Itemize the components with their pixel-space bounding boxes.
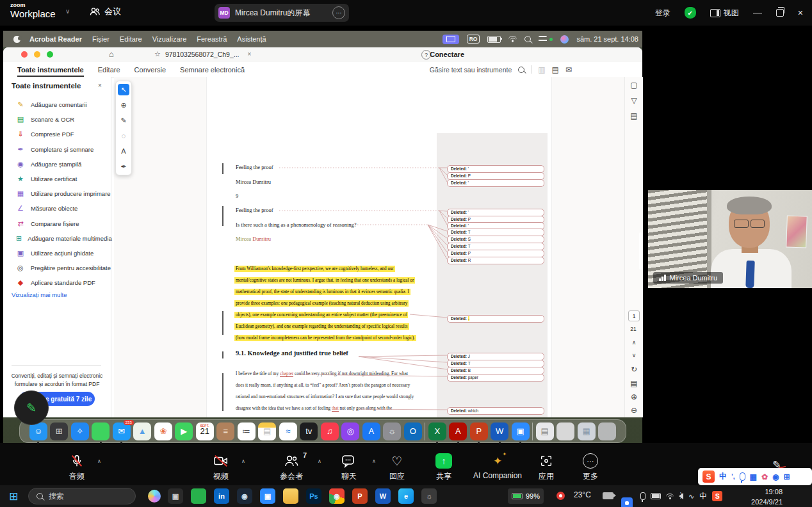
dock-icon[interactable]: tv [300, 422, 318, 440]
save-icon[interactable]: ▥ [538, 65, 545, 74]
share-screen-button[interactable]: ↑ 共享 [423, 453, 464, 482]
taskbar-app-icon[interactable]: P [352, 488, 368, 504]
sidebar-tool-item[interactable]: ▤ Scanare & OCR [3, 112, 111, 127]
dock-icon[interactable]: P • [470, 422, 488, 440]
tab-esign[interactable]: Semnare electronică [180, 62, 245, 77]
dock-icon[interactable]: A • [449, 422, 467, 440]
tray-sogou-icon[interactable]: S [712, 491, 722, 501]
sidebar-tool-item[interactable]: ✎ Adăugare comentarii [3, 97, 111, 112]
wifi-icon[interactable] [508, 36, 517, 42]
quick-tool-icon[interactable]: ✒ [118, 161, 129, 172]
start-button[interactable]: ⊞ [9, 490, 18, 503]
mac-minimize-button[interactable] [34, 51, 40, 58]
audio-options-chevron[interactable]: ∧ [97, 458, 101, 464]
sidebar-tool-item[interactable]: ◎ Pregătire pentru accesibilitate [3, 261, 111, 275]
spotlight-search-icon[interactable] [524, 36, 531, 42]
taskbar-app-icon[interactable]: Ps [306, 488, 321, 504]
shared-screen-pill[interactable]: MD Mircea Dumitru的屏幕 ⋯ [215, 4, 349, 22]
ime-language-toggle[interactable]: 中 [719, 471, 727, 482]
mac-menu-item[interactable]: Editare [120, 35, 142, 43]
tab-edit[interactable]: Editare [98, 62, 120, 77]
tray-link-icon[interactable]: ∿ [688, 492, 694, 501]
tab-all-tools[interactable]: Toate instrumentele [17, 62, 84, 77]
star-icon[interactable]: ☆ [154, 50, 161, 58]
dock-icon[interactable] [425, 422, 425, 440]
sidebar-tool-item[interactable]: ◆ Aplicare standarde PDF [3, 275, 111, 290]
search-icon[interactable] [518, 67, 524, 73]
control-center-icon[interactable] [539, 36, 547, 42]
taskbar-app-icon[interactable]: in [214, 488, 229, 504]
participants-button[interactable]: 7 参会者 [271, 453, 312, 482]
dock-icon[interactable]: SEPT. 21 [196, 422, 214, 440]
mac-menu-item[interactable]: Fereastră [197, 35, 227, 43]
mac-zoom-button[interactable] [47, 51, 53, 58]
dock-icon[interactable]: W • [491, 422, 508, 440]
tray-chat-app-icon[interactable] [621, 497, 633, 507]
mail-icon[interactable]: ✉ [565, 65, 572, 74]
ime-chat-icon[interactable]: ◉ [772, 472, 779, 481]
copilot-icon[interactable] [148, 490, 161, 503]
tray-alert-icon[interactable] [556, 492, 565, 500]
dock-icon[interactable]: ≡ [216, 422, 234, 440]
mac-close-button[interactable] [21, 51, 28, 58]
weather-temperature[interactable]: 23°C [574, 490, 591, 499]
audio-button[interactable]: 音频 [56, 453, 97, 482]
quick-tool-icon[interactable]: ✎ [118, 115, 129, 126]
bookmarks-panel-icon[interactable]: ▽ [629, 96, 639, 105]
dock-icon[interactable]: ▣ • [512, 422, 530, 440]
dock-icon[interactable]: ▤ [536, 422, 554, 440]
tray-ime-language[interactable]: 中 [699, 491, 707, 502]
sidebar-tool-item[interactable]: ▦ Utilizare producere imprimare [3, 186, 111, 201]
dock-icon[interactable]: X • [428, 422, 446, 440]
home-icon[interactable]: ⌂ [109, 49, 114, 59]
tab-meeting[interactable]: 会议 [90, 6, 121, 17]
apple-logo-icon[interactable] [13, 36, 20, 43]
tray-camera-icon[interactable] [603, 492, 613, 499]
dock-icon[interactable] [532, 422, 533, 440]
sidebar-close-icon[interactable]: × [98, 82, 102, 89]
comments-panel-icon[interactable]: ▢ [629, 81, 639, 90]
sidebar-tool-item[interactable]: ⇓ Compresie PDF [3, 127, 111, 141]
login-button[interactable]: 登录 [655, 8, 670, 19]
taskbar-app-icon[interactable]: W [375, 488, 391, 504]
zoom-annotate-button[interactable]: ✎ [14, 390, 49, 425]
ellipsis-icon[interactable]: ⋯ [332, 6, 345, 19]
dock-icon[interactable]: ✉ 233 • [113, 422, 131, 440]
close-button[interactable]: × [798, 8, 803, 18]
document-tab[interactable]: ☆ 9781032568072_Ch9_... × [154, 50, 251, 58]
participants-options-chevron[interactable]: ∧ [318, 458, 321, 464]
dock-icon[interactable]: ◎ [341, 422, 359, 440]
reactions-button[interactable]: ♡ 回应 [377, 453, 418, 482]
taskbar-search[interactable]: 搜索 [28, 488, 136, 504]
dock-icon[interactable]: ▤ [258, 422, 276, 440]
video-button[interactable]: 视频 [200, 453, 241, 482]
taskbar-app-icon[interactable]: ◉ [237, 488, 252, 504]
dock-icon[interactable]: ⊞ [50, 422, 68, 440]
tray-wifi-icon[interactable] [666, 494, 674, 499]
dock-icon[interactable] [598, 422, 616, 440]
taskbar-app-icon[interactable] [283, 488, 298, 504]
connect-button[interactable]: Conectare [430, 51, 464, 58]
page-down-icon[interactable]: ∨ [629, 352, 639, 358]
scrollbar-handle[interactable] [639, 232, 642, 270]
zoom-in-icon[interactable]: ⊕ [629, 392, 639, 401]
taskbar-app-icon[interactable]: e [398, 488, 414, 504]
dock-icon[interactable]: ❀ [154, 422, 172, 440]
mac-menu-item[interactable]: Asistență [237, 35, 266, 43]
view-more-link[interactable]: Vizualizați mai multe [12, 291, 67, 298]
print-icon[interactable]: ▤ [552, 65, 559, 74]
sidebar-tool-item[interactable]: ◉ Adăugare ștampilă [3, 157, 111, 172]
page-number-input[interactable]: 1 [628, 310, 640, 321]
dock-icon[interactable]: ♫ [321, 422, 339, 440]
dock-icon[interactable]: A [362, 422, 380, 440]
apps-button[interactable]: 应用 [526, 453, 567, 482]
sogou-logo-icon[interactable]: S [702, 471, 715, 483]
mac-menu-app-name[interactable]: Acrobat Reader [29, 35, 82, 43]
dock-icon[interactable]: ▶ [175, 422, 193, 440]
quick-tool-icon[interactable]: ⊕ [118, 99, 129, 111]
webcam-video[interactable]: Mircea Dumitru [648, 190, 812, 288]
rotate-icon[interactable]: ↻ [629, 365, 639, 374]
dock-icon[interactable]: ☼ [383, 422, 401, 440]
find-tools-label[interactable]: Găsire text sau instrumente [430, 66, 512, 74]
quick-tool-icon[interactable]: ↖ [118, 84, 129, 95]
